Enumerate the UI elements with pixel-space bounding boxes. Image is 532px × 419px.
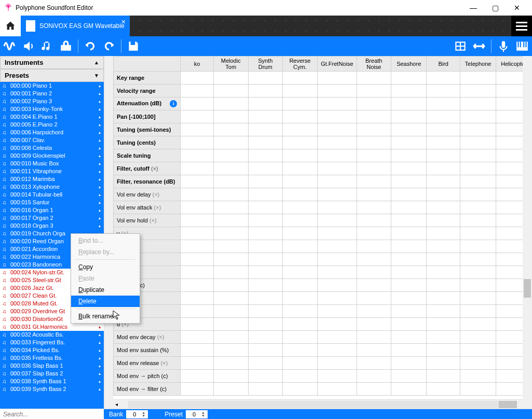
preset-item[interactable]: ♫000:033 Fingered Bs.▴ — [0, 339, 104, 346]
grid-cell[interactable] — [248, 253, 282, 266]
home-button[interactable] — [0, 16, 21, 36]
row-header[interactable]: Mod env decay (×) — [114, 331, 181, 344]
grid-cell[interactable] — [391, 253, 427, 266]
menu-button[interactable] — [511, 16, 532, 36]
grid-cell[interactable] — [460, 227, 496, 240]
grid-cell[interactable] — [248, 227, 282, 240]
grid-cell[interactable] — [391, 357, 427, 370]
grid-cell[interactable] — [318, 344, 357, 357]
grid-cell[interactable] — [282, 214, 318, 227]
grid-cell[interactable] — [248, 214, 282, 227]
grid-cell[interactable] — [213, 292, 248, 305]
grid-cell[interactable] — [181, 344, 213, 357]
grid-cell[interactable] — [213, 85, 248, 97]
preset-item[interactable]: ♫000:018 Organ 3▴ — [0, 222, 104, 230]
grid-cell[interactable] — [213, 370, 248, 383]
grid-cell[interactable] — [181, 162, 213, 175]
grid-cell[interactable] — [181, 240, 213, 253]
grid-cell[interactable] — [357, 123, 391, 136]
preset-spinner[interactable]: 0▲▼ — [186, 410, 208, 418]
grid-cell[interactable] — [318, 370, 357, 383]
grid-cell[interactable] — [357, 344, 391, 357]
grid-cell[interactable] — [248, 331, 282, 344]
bank-spinner[interactable]: 0▲▼ — [126, 410, 148, 418]
column-header[interactable]: Telephone — [460, 57, 496, 72]
grid-cell[interactable] — [282, 123, 318, 136]
preset-item[interactable]: ♫000:009 Glockenspiel▴ — [0, 152, 104, 160]
grid-cell[interactable] — [391, 240, 427, 253]
preset-item[interactable]: ♫000:007 Clav.▴ — [0, 136, 104, 144]
column-header[interactable]: Breath Noise — [357, 57, 391, 72]
grid-cell[interactable] — [213, 227, 248, 240]
grid-cell[interactable] — [282, 162, 318, 175]
grid-cell[interactable] — [427, 383, 460, 396]
preset-item[interactable]: ♫000:004 E.Piano 1▴ — [0, 113, 104, 121]
music-icon[interactable] — [40, 39, 54, 53]
grid-cell[interactable] — [213, 344, 248, 357]
grid-cell[interactable] — [427, 123, 460, 136]
grid-cell[interactable] — [282, 149, 318, 162]
grid-cell[interactable] — [427, 110, 460, 123]
preset-item[interactable]: ♫000:012 Marimba▴ — [0, 175, 104, 183]
grid-cell[interactable] — [357, 279, 391, 292]
grid-cell[interactable] — [318, 201, 357, 214]
preset-item[interactable]: ♫000:011 Vibraphone▴ — [0, 167, 104, 175]
preset-item[interactable]: ♫000:001 Piano 2▴ — [0, 90, 104, 97]
presets-header[interactable]: Presets ▼ — [0, 69, 104, 82]
grid-cell[interactable] — [248, 110, 282, 123]
grid-cell[interactable] — [460, 188, 496, 201]
tab-soundfont[interactable]: SONiVOX EAS GM Wavetable × — [21, 16, 130, 36]
grid-cell[interactable] — [460, 72, 496, 85]
grid-cell[interactable] — [181, 383, 213, 396]
grid-cell[interactable] — [248, 292, 282, 305]
row-header[interactable]: Attenuation (dB)i — [114, 97, 181, 110]
grid-cell[interactable] — [391, 85, 427, 97]
grid-cell[interactable] — [181, 357, 213, 370]
row-header[interactable]: Tuning (cents) — [114, 136, 181, 149]
grid-cell[interactable] — [391, 110, 427, 123]
preset-item[interactable]: ♫000:010 Music Box▴ — [0, 160, 104, 167]
grid-cell[interactable] — [213, 279, 248, 292]
preset-item[interactable]: ♫000:006 Harpsichord▴ — [0, 129, 104, 136]
grid-cell[interactable] — [460, 266, 496, 279]
grid-cell[interactable] — [391, 72, 427, 85]
preset-item[interactable]: ♫000:031 Gt.Harmonics▴ — [0, 323, 104, 331]
close-button[interactable]: ✕ — [506, 1, 528, 15]
grid-cell[interactable] — [391, 279, 427, 292]
keyboard-icon[interactable] — [515, 39, 529, 53]
grid-cell[interactable] — [318, 253, 357, 266]
grid-cell[interactable] — [391, 344, 427, 357]
grid-cell[interactable] — [181, 331, 213, 344]
context-menu-item[interactable]: Duplicate — [71, 284, 140, 296]
grid-cell[interactable] — [213, 201, 248, 214]
grid-cell[interactable] — [181, 266, 213, 279]
grid-cell[interactable] — [357, 266, 391, 279]
grid-cell[interactable] — [391, 188, 427, 201]
preset-item[interactable]: ♫000:016 Organ 1▴ — [0, 206, 104, 214]
grid-view-icon[interactable] — [454, 39, 467, 53]
grid-cell[interactable] — [282, 305, 318, 318]
grid-cell[interactable] — [357, 357, 391, 370]
grid-cell[interactable] — [248, 97, 282, 110]
grid-cell[interactable] — [460, 97, 496, 110]
row-header[interactable]: Pan [-100;100] — [114, 110, 181, 123]
grid-cell[interactable] — [248, 123, 282, 136]
grid-cell[interactable] — [181, 227, 213, 240]
scroll-thumb[interactable] — [524, 279, 531, 298]
grid-cell[interactable] — [460, 370, 496, 383]
grid-cell[interactable] — [248, 370, 282, 383]
grid-cell[interactable] — [460, 331, 496, 344]
scroll-thumb[interactable] — [499, 401, 517, 408]
grid-cell[interactable] — [181, 85, 213, 97]
info-icon[interactable]: i — [170, 100, 177, 107]
preset-item[interactable]: ♫000:034 Picked Bs.▴ — [0, 346, 104, 354]
preset-item[interactable]: ♫000:035 Fretless Bs.▴ — [0, 354, 104, 362]
grid-cell[interactable] — [248, 266, 282, 279]
grid-cell[interactable] — [181, 279, 213, 292]
grid-cell[interactable] — [427, 331, 460, 344]
column-header[interactable]: Gt.FretNoise — [318, 57, 357, 72]
grid-cell[interactable] — [460, 240, 496, 253]
grid-cell[interactable] — [427, 97, 460, 110]
grid-cell[interactable] — [460, 292, 496, 305]
grid-cell[interactable] — [427, 188, 460, 201]
